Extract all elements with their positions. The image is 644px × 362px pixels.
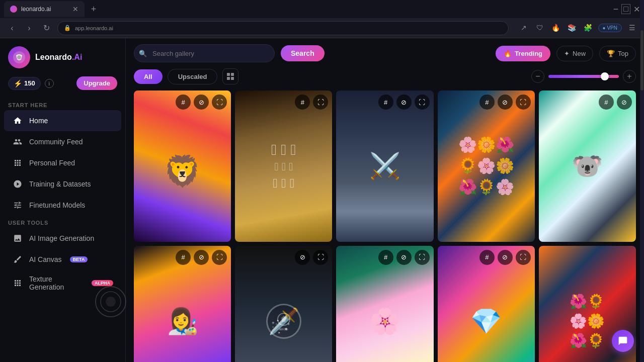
sidebar-item-training[interactable]: Training & Datasets bbox=[4, 173, 121, 195]
search-input[interactable] bbox=[134, 44, 275, 62]
card-4-action-1[interactable]: # bbox=[479, 95, 495, 110]
training-icon bbox=[12, 178, 23, 190]
menu-btn[interactable]: ☰ bbox=[626, 24, 638, 32]
sidebar-ai-image-label: AI Image Generation bbox=[29, 234, 94, 242]
new-label: New bbox=[573, 50, 586, 57]
svg-rect-5 bbox=[227, 73, 230, 76]
svg-point-1 bbox=[17, 55, 21, 59]
url-bar[interactable]: 🔒 app.leonardo.ai bbox=[57, 21, 509, 35]
card-6-action-2[interactable]: ⊘ bbox=[194, 250, 209, 265]
new-button[interactable]: ✦ New bbox=[556, 46, 593, 61]
card-6-action-1[interactable]: # bbox=[176, 250, 191, 265]
image-card-2[interactable]: 𓂀 𓃭 𓅓 𓇋 𓆣 𓄿 𓊵 𓋴 𓌙 # ⛶ bbox=[235, 90, 332, 242]
tab-favicon bbox=[10, 6, 17, 13]
trending-button[interactable]: 🔥 Trending bbox=[496, 46, 550, 61]
card-1-action-1[interactable]: # bbox=[176, 95, 191, 110]
zoom-in-btn[interactable]: + bbox=[623, 70, 636, 83]
trending-icon: 🔥 bbox=[504, 50, 512, 57]
grid-toggle-btn[interactable] bbox=[222, 68, 238, 84]
sidebar-item-community-feed[interactable]: Community Feed bbox=[4, 131, 121, 152]
fire-btn[interactable]: 🔥 bbox=[550, 24, 562, 32]
address-bar: ‹ › ↻ 🔒 app.leonardo.ai ↗ 🛡 🔥 📚 🧩 ● VPN … bbox=[0, 18, 644, 38]
image-card-4[interactable]: 🌸🌼🌺🌻🌸🌼🌺🌻🌸 # ⊘ ⛶ bbox=[438, 90, 535, 242]
svg-rect-6 bbox=[231, 73, 234, 76]
filter-row: All Upscaled − + bbox=[126, 68, 644, 90]
home-icon bbox=[12, 115, 23, 126]
card-9-action-2[interactable]: ⊘ bbox=[498, 250, 513, 265]
sidebar-finetuned-label: Finetuned Models bbox=[29, 201, 85, 209]
app-container: Leonardo.Ai ⚡ 150 i Upgrade Start Here H… bbox=[0, 38, 644, 362]
active-tab[interactable]: leonardo.ai ✕ bbox=[4, 1, 85, 17]
search-button[interactable]: Search bbox=[281, 45, 325, 61]
card-9-action-1[interactable]: # bbox=[479, 250, 495, 265]
alpha-badge: ALPHA bbox=[92, 280, 113, 286]
card-5-action-2[interactable]: ⊘ bbox=[617, 95, 632, 110]
sidebar-item-texture[interactable]: Texture Generation ALPHA bbox=[4, 270, 121, 296]
sidebar-item-home[interactable]: Home bbox=[4, 110, 121, 131]
back-btn[interactable]: ‹ bbox=[6, 24, 18, 33]
search-container: 🔍 bbox=[134, 44, 275, 62]
bookmark-btn[interactable]: 📚 bbox=[566, 24, 578, 32]
minimize-btn[interactable]: − bbox=[613, 4, 619, 15]
card-8-action-1[interactable]: # bbox=[378, 250, 393, 265]
sidebar-item-ai-image[interactable]: AI Image Generation bbox=[4, 228, 121, 249]
card-8-action-3[interactable]: ⛶ bbox=[415, 250, 430, 265]
beta-badge: BETA bbox=[70, 256, 88, 262]
ai-canvas-icon bbox=[12, 254, 23, 265]
svg-rect-8 bbox=[231, 77, 234, 80]
tab-title: leonardo.ai bbox=[21, 6, 51, 13]
logo-avatar bbox=[8, 46, 30, 68]
card-7-action-2[interactable]: ⛶ bbox=[313, 250, 328, 265]
card-7-action-1[interactable]: ⊘ bbox=[295, 250, 310, 265]
card-9-action-3[interactable]: ⛶ bbox=[516, 250, 531, 265]
chat-button[interactable] bbox=[612, 330, 634, 352]
card-2-action-2[interactable]: ⛶ bbox=[313, 95, 328, 110]
forward-btn[interactable]: › bbox=[23, 24, 35, 33]
image-card-1[interactable]: 🦁 # ⊘ ⛶ bbox=[134, 90, 231, 242]
share-btn[interactable]: ↗ bbox=[518, 24, 530, 32]
tab-close-btn[interactable]: ✕ bbox=[72, 5, 78, 13]
card-1-action-3[interactable]: ⛶ bbox=[212, 95, 227, 110]
close-browser-btn[interactable]: ✕ bbox=[633, 5, 640, 14]
shield-btn[interactable]: 🛡 bbox=[534, 24, 546, 32]
refresh-btn[interactable]: ↻ bbox=[40, 23, 52, 33]
new-tab-btn[interactable]: + bbox=[87, 2, 101, 16]
top-label: Top bbox=[618, 50, 628, 57]
maximize-btn[interactable]: □ bbox=[621, 4, 630, 14]
credits-info-btn[interactable]: i bbox=[45, 79, 54, 88]
zoom-row: − + bbox=[531, 70, 636, 83]
image-card-6[interactable]: 👩‍🎨 # ⊘ ⛶ bbox=[134, 246, 231, 362]
card-5-action-1[interactable]: # bbox=[599, 95, 614, 110]
card-4-action-2[interactable]: ⊘ bbox=[498, 95, 513, 110]
sidebar-item-ai-canvas[interactable]: AI Canvas BETA bbox=[4, 249, 121, 270]
browser-actions: ↗ 🛡 🔥 📚 🧩 ● VPN ☰ bbox=[518, 24, 638, 32]
top-button[interactable]: 🏆 Top bbox=[599, 46, 636, 61]
main-content: 🔍 Search 🔥 Trending ✦ New 🏆 Top All Upsc… bbox=[126, 38, 644, 362]
card-3-action-3[interactable]: ⛶ bbox=[415, 95, 430, 110]
filter-upscaled-btn[interactable]: Upscaled bbox=[168, 69, 218, 84]
card-2-action-1[interactable]: # bbox=[295, 95, 310, 110]
card-8-action-2[interactable]: ⊘ bbox=[396, 250, 412, 265]
card-3-action-1[interactable]: # bbox=[378, 95, 393, 110]
sidebar-training-label: Training & Datasets bbox=[29, 180, 91, 188]
page-scrollbar[interactable] bbox=[640, 38, 644, 362]
image-card-8[interactable]: 🌸 # ⊘ ⛶ bbox=[336, 246, 433, 362]
card-6-actions: # ⊘ ⛶ bbox=[176, 250, 227, 265]
zoom-slider[interactable] bbox=[548, 75, 619, 78]
card-6-action-3[interactable]: ⛶ bbox=[212, 250, 227, 265]
zoom-slider-thumb bbox=[601, 72, 609, 80]
filter-all-btn[interactable]: All bbox=[134, 69, 163, 84]
card-4-action-3[interactable]: ⛶ bbox=[516, 95, 531, 110]
svg-rect-7 bbox=[227, 77, 230, 80]
upgrade-button[interactable]: Upgrade bbox=[76, 76, 117, 90]
image-card-3[interactable]: ⚔️ # ⊘ ⛶ bbox=[336, 90, 433, 242]
image-card-5[interactable]: 🐨 # ⊘ bbox=[539, 90, 636, 242]
image-card-9[interactable]: 💎 # ⊘ ⛶ bbox=[438, 246, 535, 362]
sidebar-item-finetuned[interactable]: Finetuned Models bbox=[4, 195, 121, 216]
image-card-7[interactable]: 🗡️ RRCG ⊘ ⛶ bbox=[235, 246, 332, 362]
sidebar-item-personal-feed[interactable]: Personal Feed bbox=[4, 152, 121, 173]
zoom-out-btn[interactable]: − bbox=[531, 70, 544, 83]
extensions-btn[interactable]: 🧩 bbox=[582, 24, 594, 32]
card-1-action-2[interactable]: ⊘ bbox=[194, 95, 209, 110]
card-3-action-2[interactable]: ⊘ bbox=[396, 95, 412, 110]
